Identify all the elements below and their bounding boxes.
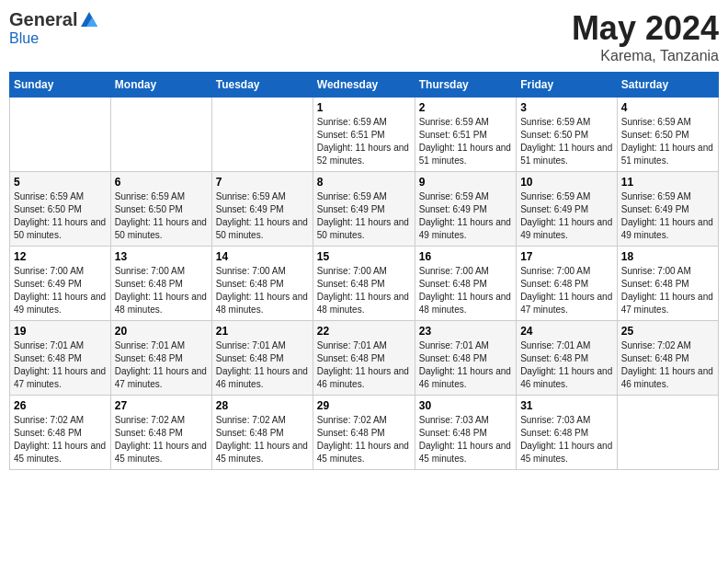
day-number: 30 xyxy=(419,399,512,412)
logo-blue-text: Blue xyxy=(9,30,39,47)
day-number: 2 xyxy=(419,101,512,114)
day-info: Sunrise: 6:59 AMSunset: 6:50 PMDaylight:… xyxy=(14,190,107,242)
day-info: Sunrise: 7:01 AMSunset: 6:48 PMDaylight:… xyxy=(14,339,107,391)
calendar-day-cell: 1Sunrise: 6:59 AMSunset: 6:51 PMDaylight… xyxy=(313,98,415,172)
day-info: Sunrise: 7:01 AMSunset: 6:48 PMDaylight:… xyxy=(115,339,208,391)
day-number: 13 xyxy=(115,250,208,263)
day-info: Sunrise: 7:01 AMSunset: 6:48 PMDaylight:… xyxy=(419,339,512,391)
day-number: 3 xyxy=(520,101,613,114)
day-number: 28 xyxy=(216,399,309,412)
calendar-day-cell: 12Sunrise: 7:00 AMSunset: 6:49 PMDayligh… xyxy=(10,247,111,321)
logo-general-text: General xyxy=(9,9,77,30)
day-info: Sunrise: 7:03 AMSunset: 6:48 PMDaylight:… xyxy=(419,414,512,465)
day-number: 14 xyxy=(216,250,309,263)
calendar-day-cell xyxy=(211,98,313,172)
calendar-day-cell: 24Sunrise: 7:01 AMSunset: 6:48 PMDayligh… xyxy=(517,321,618,396)
day-number: 16 xyxy=(419,250,512,263)
day-info: Sunrise: 7:00 AMSunset: 6:48 PMDaylight:… xyxy=(115,265,208,316)
logo-icon xyxy=(79,10,99,30)
day-of-week-header: Saturday xyxy=(617,73,718,98)
day-number: 11 xyxy=(621,176,714,189)
day-info: Sunrise: 7:02 AMSunset: 6:48 PMDaylight:… xyxy=(115,414,208,465)
day-info: Sunrise: 7:00 AMSunset: 6:49 PMDaylight:… xyxy=(14,265,107,316)
day-info: Sunrise: 7:02 AMSunset: 6:48 PMDaylight:… xyxy=(317,414,411,465)
calendar-day-cell: 23Sunrise: 7:01 AMSunset: 6:48 PMDayligh… xyxy=(415,321,516,396)
day-info: Sunrise: 6:59 AMSunset: 6:51 PMDaylight:… xyxy=(317,116,411,167)
calendar-header-row: SundayMondayTuesdayWednesdayThursdayFrid… xyxy=(10,73,719,98)
calendar-day-cell xyxy=(10,98,111,172)
day-info: Sunrise: 6:59 AMSunset: 6:49 PMDaylight:… xyxy=(317,190,411,242)
calendar-day-cell: 25Sunrise: 7:02 AMSunset: 6:48 PMDayligh… xyxy=(617,321,718,396)
calendar-day-cell: 17Sunrise: 7:00 AMSunset: 6:48 PMDayligh… xyxy=(517,247,618,321)
day-number: 26 xyxy=(14,399,107,412)
day-number: 25 xyxy=(621,325,714,338)
logo: General Blue xyxy=(9,9,99,47)
calendar-week-row: 26Sunrise: 7:02 AMSunset: 6:48 PMDayligh… xyxy=(10,396,719,470)
day-number: 8 xyxy=(317,176,411,189)
day-number: 7 xyxy=(216,176,309,189)
day-info: Sunrise: 7:03 AMSunset: 6:48 PMDaylight:… xyxy=(520,414,613,465)
location-title: Karema, Tanzania xyxy=(572,48,719,64)
day-info: Sunrise: 7:00 AMSunset: 6:48 PMDaylight:… xyxy=(216,265,309,316)
calendar-week-row: 12Sunrise: 7:00 AMSunset: 6:49 PMDayligh… xyxy=(10,247,719,321)
day-number: 20 xyxy=(115,325,208,338)
day-info: Sunrise: 6:59 AMSunset: 6:51 PMDaylight:… xyxy=(419,116,512,167)
day-number: 21 xyxy=(216,325,309,338)
calendar-day-cell xyxy=(617,396,718,470)
day-of-week-header: Friday xyxy=(517,73,618,98)
page-header: General Blue May 2024 Karema, Tanzania xyxy=(9,9,719,64)
calendar-day-cell: 15Sunrise: 7:00 AMSunset: 6:48 PMDayligh… xyxy=(313,247,415,321)
day-number: 10 xyxy=(520,176,613,189)
day-of-week-header: Tuesday xyxy=(211,73,313,98)
month-year-title: May 2024 xyxy=(572,9,719,48)
calendar-day-cell: 11Sunrise: 6:59 AMSunset: 6:49 PMDayligh… xyxy=(617,172,718,247)
day-of-week-header: Monday xyxy=(110,73,211,98)
day-info: Sunrise: 7:00 AMSunset: 6:48 PMDaylight:… xyxy=(520,265,613,316)
calendar-day-cell: 16Sunrise: 7:00 AMSunset: 6:48 PMDayligh… xyxy=(415,247,516,321)
day-of-week-header: Wednesday xyxy=(313,73,415,98)
calendar-day-cell: 20Sunrise: 7:01 AMSunset: 6:48 PMDayligh… xyxy=(110,321,211,396)
day-info: Sunrise: 6:59 AMSunset: 6:50 PMDaylight:… xyxy=(621,116,714,167)
day-info: Sunrise: 7:00 AMSunset: 6:48 PMDaylight:… xyxy=(419,265,512,316)
calendar-day-cell: 18Sunrise: 7:00 AMSunset: 6:48 PMDayligh… xyxy=(617,247,718,321)
day-info: Sunrise: 6:59 AMSunset: 6:49 PMDaylight:… xyxy=(520,190,613,242)
day-number: 29 xyxy=(317,399,411,412)
day-info: Sunrise: 7:01 AMSunset: 6:48 PMDaylight:… xyxy=(317,339,411,391)
calendar-day-cell: 14Sunrise: 7:00 AMSunset: 6:48 PMDayligh… xyxy=(211,247,313,321)
calendar-day-cell: 28Sunrise: 7:02 AMSunset: 6:48 PMDayligh… xyxy=(211,396,313,470)
calendar-day-cell: 26Sunrise: 7:02 AMSunset: 6:48 PMDayligh… xyxy=(10,396,111,470)
day-number: 24 xyxy=(520,325,613,338)
day-of-week-header: Sunday xyxy=(10,73,111,98)
day-number: 4 xyxy=(621,101,714,114)
day-of-week-header: Thursday xyxy=(415,73,516,98)
calendar-week-row: 1Sunrise: 6:59 AMSunset: 6:51 PMDaylight… xyxy=(10,98,719,172)
day-number: 6 xyxy=(115,176,208,189)
day-number: 1 xyxy=(317,101,411,114)
day-info: Sunrise: 6:59 AMSunset: 6:50 PMDaylight:… xyxy=(520,116,613,167)
day-info: Sunrise: 7:01 AMSunset: 6:48 PMDaylight:… xyxy=(216,339,309,391)
calendar-day-cell: 27Sunrise: 7:02 AMSunset: 6:48 PMDayligh… xyxy=(110,396,211,470)
calendar-day-cell xyxy=(110,98,211,172)
day-number: 22 xyxy=(317,325,411,338)
calendar-day-cell: 31Sunrise: 7:03 AMSunset: 6:48 PMDayligh… xyxy=(517,396,618,470)
calendar-day-cell: 21Sunrise: 7:01 AMSunset: 6:48 PMDayligh… xyxy=(211,321,313,396)
day-info: Sunrise: 6:59 AMSunset: 6:49 PMDaylight:… xyxy=(621,190,714,242)
calendar-day-cell: 29Sunrise: 7:02 AMSunset: 6:48 PMDayligh… xyxy=(313,396,415,470)
calendar-day-cell: 7Sunrise: 6:59 AMSunset: 6:49 PMDaylight… xyxy=(211,172,313,247)
calendar-day-cell: 10Sunrise: 6:59 AMSunset: 6:49 PMDayligh… xyxy=(517,172,618,247)
day-info: Sunrise: 7:02 AMSunset: 6:48 PMDaylight:… xyxy=(216,414,309,465)
calendar-day-cell: 8Sunrise: 6:59 AMSunset: 6:49 PMDaylight… xyxy=(313,172,415,247)
title-block: May 2024 Karema, Tanzania xyxy=(572,9,719,64)
calendar-day-cell: 13Sunrise: 7:00 AMSunset: 6:48 PMDayligh… xyxy=(110,247,211,321)
calendar-day-cell: 9Sunrise: 6:59 AMSunset: 6:49 PMDaylight… xyxy=(415,172,516,247)
calendar-day-cell: 2Sunrise: 6:59 AMSunset: 6:51 PMDaylight… xyxy=(415,98,516,172)
calendar-day-cell: 6Sunrise: 6:59 AMSunset: 6:50 PMDaylight… xyxy=(110,172,211,247)
calendar-day-cell: 4Sunrise: 6:59 AMSunset: 6:50 PMDaylight… xyxy=(617,98,718,172)
calendar-table: SundayMondayTuesdayWednesdayThursdayFrid… xyxy=(9,72,719,470)
day-info: Sunrise: 6:59 AMSunset: 6:49 PMDaylight:… xyxy=(216,190,309,242)
day-number: 12 xyxy=(14,250,107,263)
day-number: 31 xyxy=(520,399,613,412)
day-info: Sunrise: 7:02 AMSunset: 6:48 PMDaylight:… xyxy=(621,339,714,391)
day-info: Sunrise: 7:01 AMSunset: 6:48 PMDaylight:… xyxy=(520,339,613,391)
day-number: 19 xyxy=(14,325,107,338)
